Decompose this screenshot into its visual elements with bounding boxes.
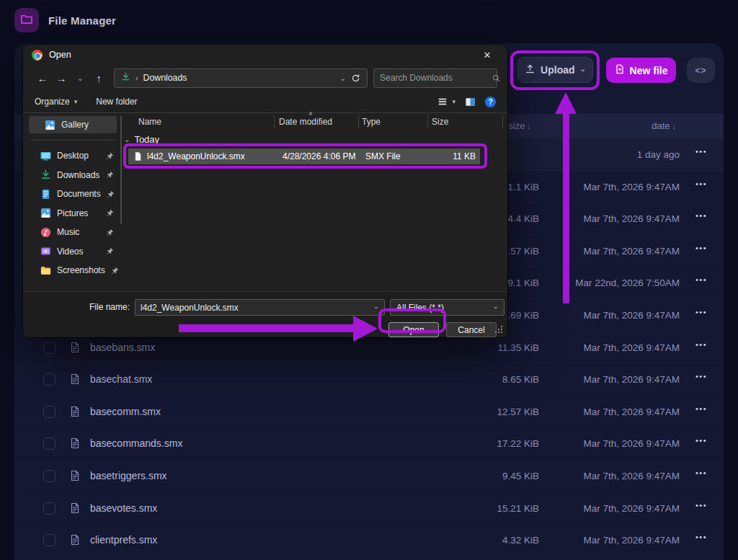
recent-locations-button[interactable]: ⌄ (71, 74, 89, 82)
sidebar-item-label: Desktop (57, 151, 89, 161)
row-checkbox[interactable] (43, 342, 55, 354)
selected-file-modified: 4/28/2026 4:06 PM (283, 151, 355, 161)
file-size: 4.32 KiB (502, 535, 539, 546)
column-header-size[interactable]: size↓ (508, 120, 531, 131)
row-checkbox[interactable] (43, 502, 55, 515)
organize-menu[interactable]: Organize ▾ (35, 97, 77, 107)
downloads-icon (40, 169, 51, 180)
search-box[interactable] (373, 68, 497, 88)
sidebar-item-downloads[interactable]: Downloads (23, 166, 123, 185)
row-menu-button[interactable]: ••• (692, 147, 711, 156)
column-header-date[interactable]: date↓ (652, 120, 676, 131)
file-size: 8.65 KiB (502, 374, 539, 385)
page-title: File Manager (48, 14, 116, 27)
row-checkbox[interactable] (43, 437, 55, 450)
row-menu-button[interactable]: ••• (692, 404, 711, 413)
file-name[interactable]: basechat.smx (90, 373, 152, 385)
file-name[interactable]: basebans.smx (90, 342, 155, 353)
sidebar-item-label: Pictures (57, 208, 88, 218)
row-menu-button[interactable]: ••• (692, 501, 711, 510)
column-type[interactable]: Type (362, 117, 381, 127)
row-menu-button[interactable]: ••• (692, 275, 711, 284)
forward-button[interactable]: → (52, 72, 71, 84)
resize-grip[interactable] (501, 326, 502, 327)
file-icon (69, 470, 81, 481)
file-date: Mar 7th, 2026 9:47AM (583, 310, 680, 321)
file-name[interactable]: basevotes.smx (90, 502, 157, 514)
row-menu-button[interactable]: ••• (692, 533, 711, 541)
file-size: 15.21 KiB (497, 503, 539, 514)
column-modified[interactable]: Date modified (279, 117, 332, 127)
refresh-icon[interactable] (351, 74, 360, 83)
sidebar-item-desktop[interactable]: Desktop (23, 146, 123, 166)
cancel-button[interactable]: Cancel (446, 322, 497, 337)
file-type-filter-select[interactable]: All Files (*.*) (390, 299, 504, 316)
help-icon[interactable]: ? (485, 97, 496, 107)
row-checkbox[interactable] (43, 470, 55, 482)
table-row: basetriggers.smx9.45 KiBMar 7th, 2026 9:… (14, 460, 724, 492)
row-menu-button[interactable]: ••• (692, 340, 711, 349)
chevron-down-icon: ⌄ (124, 135, 130, 143)
row-menu-button[interactable]: ••• (692, 372, 711, 381)
sidebar-item-videos[interactable]: Videos (23, 242, 123, 262)
new-file-button[interactable]: New file (606, 58, 676, 83)
search-input[interactable] (380, 73, 492, 83)
row-checkbox[interactable] (43, 373, 55, 386)
preview-pane-icon[interactable] (465, 97, 476, 107)
sidebar-item-music[interactable]: Music (23, 223, 123, 242)
selected-file-type: SMX File (365, 151, 401, 161)
sidebar-scrollbar[interactable] (120, 116, 122, 224)
sidebar-item-pictures[interactable]: Pictures (23, 204, 123, 223)
back-button[interactable]: ← (33, 72, 52, 84)
row-menu-button[interactable]: ••• (692, 308, 711, 316)
pin-icon (106, 171, 114, 179)
close-icon[interactable]: ✕ (476, 45, 499, 64)
group-header-today[interactable]: ⌄ Today (124, 134, 159, 145)
new-folder-button[interactable]: New folder (96, 97, 137, 107)
file-name[interactable]: basetriggers.smx (90, 470, 167, 481)
annotation-arrowhead-right (353, 316, 378, 342)
address-dropdown-icon[interactable]: ⌄ (340, 74, 346, 82)
file-name[interactable]: basecommands.smx (90, 437, 182, 449)
sidebar-item-screenshots[interactable]: Screenshots (23, 261, 123, 280)
address-bar[interactable]: › Downloads ⌄ (114, 68, 368, 88)
file-date: Mar 7th, 2026 9:47AM (583, 471, 680, 481)
upload-icon (525, 63, 535, 76)
search-icon (492, 74, 501, 83)
file-size: 4.4 KiB (507, 213, 539, 224)
upload-button[interactable]: Upload ⌄ (517, 57, 593, 83)
row-checkbox[interactable] (43, 534, 55, 546)
file-icon (69, 373, 81, 385)
row-menu-button[interactable]: ••• (692, 211, 711, 220)
sidebar-item-gallery[interactable]: Gallery (29, 116, 117, 133)
row-menu-button[interactable]: ••• (692, 179, 711, 188)
file-name-input[interactable] (135, 299, 385, 316)
code-icon: <> (695, 66, 706, 76)
column-name[interactable]: Name (138, 117, 161, 127)
file-size: 17.22 KiB (497, 438, 539, 449)
column-size[interactable]: Size (432, 117, 448, 127)
up-button[interactable]: ↑ (89, 72, 108, 84)
table-row: basecomm.smx12.57 KiBMar 7th, 2026 9:47A… (14, 396, 724, 428)
dialog-title: Open (49, 50, 71, 60)
row-menu-button[interactable]: ••• (692, 436, 711, 445)
selected-file-row[interactable]: l4d2_WeaponUnlock.smx 4/28/2026 4:06 PM … (128, 148, 480, 164)
row-menu-button[interactable]: ••• (692, 244, 711, 252)
sidebar-pinned-items: DesktopDownloadsDocumentsPicturesMusicVi… (23, 146, 123, 280)
view-mode-button[interactable]: ▾ (437, 97, 455, 107)
dialog-titlebar[interactable]: Open ✕ (23, 45, 507, 65)
code-view-button[interactable]: <> (687, 58, 715, 83)
app-root: File Manager Upload ⌄ New file <> size↓ … (0, 0, 738, 560)
sidebar-item-label: Music (57, 227, 79, 237)
file-size: 11.1 KiB (503, 182, 539, 192)
file-date: 1 day ago (637, 149, 680, 160)
file-name[interactable]: clientprefs.smx (90, 534, 157, 546)
chevron-down-icon[interactable]: ⌄ (373, 303, 379, 310)
row-menu-button[interactable]: ••• (692, 468, 711, 477)
sidebar-item-documents[interactable]: Documents (23, 185, 123, 204)
open-button[interactable]: Open (388, 322, 439, 337)
file-name[interactable]: basecomm.smx (90, 406, 161, 417)
row-checkbox[interactable] (43, 406, 55, 418)
breadcrumb[interactable]: Downloads (143, 73, 187, 83)
annotation-arrow-to-open (179, 324, 354, 332)
